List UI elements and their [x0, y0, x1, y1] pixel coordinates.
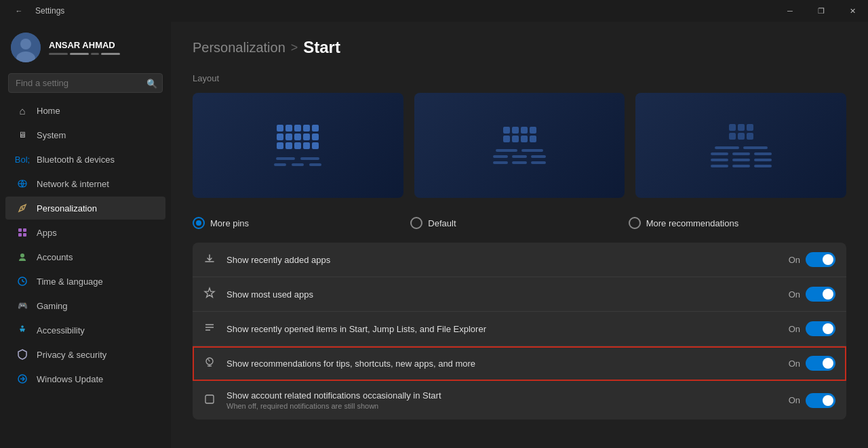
nav-label-accounts: Accounts [37, 252, 73, 262]
toggle-recently-added: Show recently added apps On [193, 243, 846, 277]
radio-more-recs[interactable] [629, 217, 641, 229]
nav-item-personalization[interactable]: Personalization [5, 197, 165, 220]
minimize-button[interactable]: ─ [774, 0, 806, 22]
toggle-label-1: On [789, 289, 800, 300]
toggle-recently-opened: Show recently opened items in Start, Jum… [193, 312, 846, 346]
nav-item-update[interactable]: Windows Update [5, 367, 165, 390]
update-icon [16, 373, 28, 385]
breadcrumb-current: Start [303, 38, 340, 57]
nav-label-bluetooth: Bluetooth & devices [37, 155, 115, 165]
toggle-label-0: On [789, 255, 800, 265]
bar-2 [70, 53, 89, 55]
bar-4 [101, 53, 120, 55]
toggle-switch-4[interactable] [806, 393, 835, 408]
nav-item-system[interactable]: 🖥 System [5, 123, 165, 146]
nav-item-gaming[interactable]: 🎮 Gaming [5, 294, 165, 317]
account-notifications-sub: When off, required notifications are sti… [226, 402, 778, 410]
nav-label-privacy: Privacy & security [37, 350, 106, 360]
maximize-button[interactable]: ❐ [806, 0, 837, 22]
toggle-recommendations: Show recommendations for tips, shortcuts… [193, 346, 846, 381]
most-used-icon [203, 287, 217, 302]
toggle-right-4: On [789, 393, 835, 408]
app-body: ANSAR AHMAD 🔍 ⌂ Home 🖥 System Bol [0, 22, 868, 448]
titlebar-title: Settings [35, 6, 64, 16]
toggle-right-3: On [789, 356, 835, 371]
mock-start-more-pins [274, 125, 321, 166]
sidebar: ANSAR AHMAD 🔍 ⌂ Home 🖥 System Bol [0, 22, 171, 448]
account-notifications-icon [203, 393, 217, 408]
layout-card-default[interactable] [414, 93, 625, 198]
card-inner-more-recs [635, 93, 846, 198]
close-button[interactable]: ✕ [837, 0, 868, 22]
user-bar [49, 53, 160, 55]
svg-line-12 [22, 281, 24, 282]
svg-line-22 [208, 359, 210, 361]
toggle-label-4: On [789, 395, 800, 405]
privacy-icon [16, 348, 28, 361]
nav-item-home[interactable]: ⌂ Home [5, 99, 165, 122]
nav-item-accounts[interactable]: Accounts [5, 245, 165, 268]
accounts-icon [16, 251, 28, 263]
nav-item-time[interactable]: Time & language [5, 270, 165, 293]
option-more-recs-label: More recommendations [646, 218, 739, 228]
personalization-icon [16, 202, 28, 214]
nav-item-privacy[interactable]: Privacy & security [5, 343, 165, 366]
nav-item-network[interactable]: Network & internet [5, 172, 165, 195]
titlebar-left: ← Settings [8, 0, 64, 22]
layout-options: More pins Default More recommendations [193, 217, 846, 229]
breadcrumb-parent[interactable]: Personalization [193, 40, 285, 56]
toggle-most-used: Show most used apps On [193, 277, 846, 312]
svg-point-9 [20, 253, 24, 258]
toggle-right-2: On [789, 321, 835, 336]
card-inner-default [414, 93, 625, 198]
recommendations-title: Show recommendations for tips, shortcuts… [226, 359, 778, 369]
breadcrumb-sep: > [291, 41, 298, 55]
option-default[interactable]: Default [410, 217, 628, 229]
toggle-switch-0[interactable] [806, 252, 835, 267]
nav-item-accessibility[interactable]: Accessibility [5, 319, 165, 342]
toggle-switch-1[interactable] [806, 287, 835, 302]
nav-label-personalization: Personalization [37, 203, 97, 213]
nav-label-apps: Apps [37, 228, 57, 238]
radio-more-pins[interactable] [193, 217, 205, 229]
avatar [11, 33, 41, 62]
back-button[interactable]: ← [8, 0, 30, 22]
titlebar-controls: ─ ❐ ✕ [774, 0, 868, 22]
layout-card-more-pins[interactable] [193, 93, 403, 198]
user-info: ANSAR AHMAD [49, 40, 160, 55]
svg-rect-7 [18, 233, 22, 237]
home-icon: ⌂ [16, 104, 28, 117]
accessibility-icon [16, 324, 28, 336]
most-used-text: Show most used apps [226, 289, 778, 300]
search-input[interactable] [8, 73, 163, 93]
radio-default[interactable] [410, 217, 422, 229]
layout-card-more-recs[interactable] [635, 93, 846, 198]
mock-start-default [493, 127, 546, 164]
bluetooth-icon: Bol; [16, 153, 28, 165]
layout-label: Layout [193, 73, 846, 83]
nav-label-gaming: Gaming [37, 301, 68, 311]
breadcrumb: Personalization > Start [193, 38, 846, 57]
toggle-right-0: On [789, 252, 835, 267]
recently-added-title: Show recently added apps [226, 255, 778, 265]
option-default-label: Default [428, 218, 456, 228]
svg-point-13 [21, 325, 24, 328]
recently-opened-title: Show recently opened items in Start, Jum… [226, 324, 778, 334]
gaming-icon: 🎮 [16, 300, 28, 312]
nav-item-apps[interactable]: Apps [5, 221, 165, 244]
option-more-recs[interactable]: More recommendations [629, 217, 846, 229]
svg-rect-5 [18, 228, 22, 232]
option-more-pins[interactable]: More pins [193, 217, 410, 229]
apps-icon [16, 226, 28, 239]
mock-start-more-recs [711, 124, 772, 167]
network-icon [16, 178, 28, 190]
toggle-switch-3[interactable] [806, 356, 835, 371]
svg-point-4 [22, 207, 24, 209]
search-icon: 🔍 [146, 78, 157, 88]
toggle-label-2: On [789, 324, 800, 334]
nav-label-home: Home [37, 106, 60, 116]
most-used-title: Show most used apps [226, 289, 778, 300]
toggle-label-3: On [789, 359, 800, 369]
toggle-switch-2[interactable] [806, 321, 835, 336]
nav-item-bluetooth[interactable]: Bol; Bluetooth & devices [5, 148, 165, 171]
